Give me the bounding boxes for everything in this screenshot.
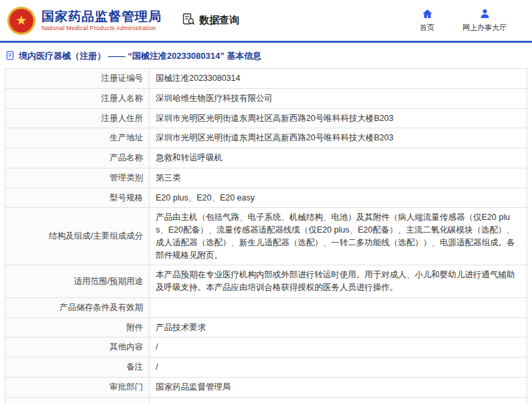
page-icon <box>5 51 15 62</box>
table-row: 适用范围/预期用途 本产品预期在专业医疗机构内部或外部进行转运时使用。用于对成人… <box>5 265 527 298</box>
row-label: 产品储存条件及有效期 <box>5 297 150 317</box>
row-value: / <box>150 358 527 378</box>
row-label: 注册人住所 <box>5 108 150 128</box>
logo-block: ★ 国家药品监督管理局 National Medical Products Ad… <box>7 6 162 35</box>
table-row: 附件 产品技术要求 <box>5 317 527 338</box>
row-value: 国家药品监督管理局 <box>150 377 527 397</box>
nav-service-hall-label: 网上办事大厅 <box>462 23 507 33</box>
table-row: 备注 / <box>5 358 527 378</box>
row-label: 生产地址 <box>5 128 150 148</box>
row-value: 产品由主机（包括气路、电子系统、机械结构、电池）及其附件（病人端流量传感器（仅E… <box>150 208 527 265</box>
nav-service-hall[interactable]: 网上办事大厅 <box>462 8 507 33</box>
table-row: 产品名称 急救和转运呼吸机 <box>5 148 527 168</box>
row-label: 注册人名称 <box>5 88 150 108</box>
row-value: 第三类 <box>150 168 527 188</box>
nav-home-label: 首页 <box>420 23 434 33</box>
table-row: 批准日期 2023-03-13 <box>5 397 527 403</box>
org-titles: 国家药品监督管理局 National Medical Products Admi… <box>41 9 162 32</box>
table-row: 其他内容 / <box>5 338 527 358</box>
row-label: 产品名称 <box>5 148 150 168</box>
row-value: 深圳市光明区光明街道东周社区高新西路20号唯科科技大楼B203 <box>150 128 527 148</box>
home-icon <box>422 8 433 21</box>
row-value: 产品技术要求 <box>150 317 527 338</box>
row-label: 管理类别 <box>5 168 150 188</box>
table-row: 注册人住所 深圳市光明区光明街道东周社区高新西路20号唯科科技大楼B203 <box>5 108 527 128</box>
document-search-icon <box>182 13 195 28</box>
row-value: E20 plus、E20、E20 easy <box>150 188 527 208</box>
org-name-cn: 国家药品监督管理局 <box>41 9 162 24</box>
row-label: 注册证编号 <box>5 69 150 89</box>
breadcrumb-text: 境内医疗器械（注册） —— “国械注准20233080314” 基本信息 <box>19 50 261 62</box>
nav-data-query[interactable]: 数据查询 <box>182 13 239 28</box>
table-row: 结构及组成/主要组成成分 产品由主机（包括气路、电子系统、机械结构、电池）及其附… <box>5 208 527 265</box>
row-label: 审批部门 <box>5 377 150 397</box>
table-row: 注册证编号 国械注准20233080314 <box>5 69 527 89</box>
nav-home[interactable]: 首页 <box>416 8 438 33</box>
row-value <box>150 297 527 317</box>
row-label: 附件 <box>5 317 150 338</box>
row-value: 深圳哈维生物医疗科技有限公司 <box>150 88 527 108</box>
national-emblem-logo: ★ <box>7 6 36 35</box>
row-label: 适用范围/预期用途 <box>5 265 150 298</box>
person-icon <box>479 8 491 21</box>
svg-text:★: ★ <box>15 13 27 27</box>
row-label: 型号规格 <box>5 188 150 208</box>
breadcrumb: 境内医疗器械（注册） —— “国械注准20233080314” 基本信息 <box>0 43 532 68</box>
table-row: 型号规格 E20 plus、E20、E20 easy <box>5 188 527 208</box>
site-header: ★ 国家药品监督管理局 National Medical Products Ad… <box>0 0 532 43</box>
table-row: 注册人名称 深圳哈维生物医疗科技有限公司 <box>5 88 527 108</box>
row-value: 本产品预期在专业医疗机构内部或外部进行转运时使用。用于对成人、小儿和婴幼儿进行通… <box>150 265 527 298</box>
row-label: 备注 <box>5 358 150 378</box>
header-right-nav: 首页 网上办事大厅 <box>416 8 523 33</box>
info-table-body: 注册证编号 国械注准20233080314 注册人名称 深圳哈维生物医疗科技有限… <box>5 69 527 403</box>
row-value: 国械注准20233080314 <box>150 69 527 89</box>
table-row: 生产地址 深圳市光明区光明街道东周社区高新西路20号唯科科技大楼B203 <box>5 128 527 148</box>
row-value: 急救和转运呼吸机 <box>150 148 527 168</box>
table-row: 管理类别 第三类 <box>5 168 527 188</box>
registration-info-table-wrap: 注册证编号 国械注准20233080314 注册人名称 深圳哈维生物医疗科技有限… <box>0 68 532 403</box>
org-name-en: National Medical Products Administration <box>41 25 162 31</box>
row-label: 批准日期 <box>5 397 150 403</box>
row-label: 其他内容 <box>5 338 150 358</box>
row-label: 结构及组成/主要组成成分 <box>5 208 150 265</box>
data-query-label: 数据查询 <box>199 14 239 27</box>
row-value: 2023-03-13 <box>150 397 527 403</box>
table-row: 审批部门 国家药品监督管理局 <box>5 377 527 397</box>
table-row: 产品储存条件及有效期 <box>5 297 527 317</box>
row-value: 深圳市光明区光明街道东周社区高新西路20号唯科科技大楼B203 <box>150 108 527 128</box>
registration-info-table: 注册证编号 国械注准20233080314 注册人名称 深圳哈维生物医疗科技有限… <box>5 68 527 403</box>
row-value: / <box>150 338 527 358</box>
